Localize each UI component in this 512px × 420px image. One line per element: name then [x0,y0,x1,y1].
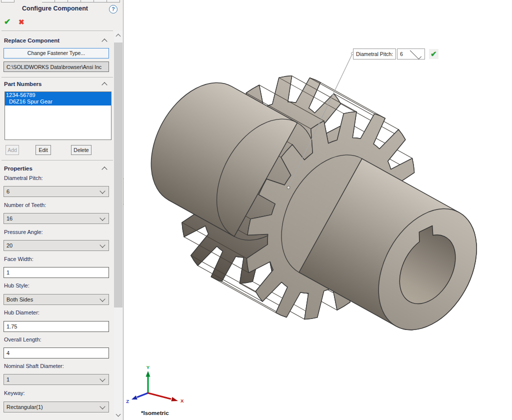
diametral-pitch-callout: Diametral Pitch: 6 ✔ [353,48,438,60]
orientation-triad[interactable]: Y X Z [126,364,184,404]
callout-confirm-icon[interactable]: ✔ [429,49,438,59]
triad-x-label: X [180,398,184,404]
callout-value-select[interactable]: 6 [397,48,425,60]
gear-3d-view[interactable]: Y X Z [0,0,512,420]
view-orientation-label: *Isometric [141,410,169,416]
chevron-down-icon [410,48,421,59]
leader-attach-point [287,186,290,189]
triad-y-label: Y [146,364,150,370]
spur-gear-model[interactable] [108,25,512,388]
callout-label: Diametral Pitch: [353,48,396,60]
callout-value: 6 [398,51,410,57]
triad-z-label: Z [126,398,129,404]
